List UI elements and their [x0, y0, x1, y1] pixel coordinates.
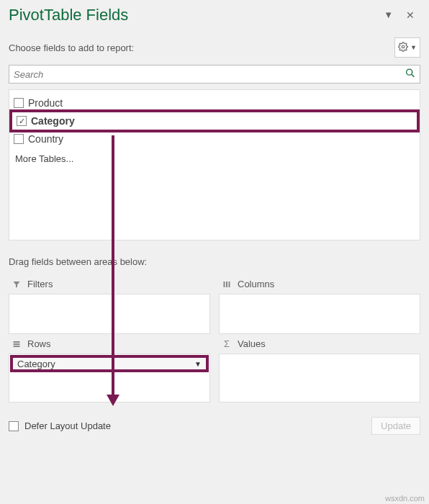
- areas-grid: Filters Columns Rows Σ Values Category ▼: [9, 274, 420, 402]
- annotation-arrow-head: [107, 395, 119, 406]
- checkbox-checked-icon[interactable]: ✓: [17, 116, 27, 126]
- search-icon[interactable]: [405, 68, 416, 81]
- update-button: Update: [371, 417, 420, 435]
- values-header: Σ Values: [219, 334, 420, 354]
- svg-rect-5: [229, 282, 230, 287]
- pane-title: PivotTable Fields: [9, 6, 128, 24]
- field-row-category[interactable]: ✓ Category: [9, 109, 420, 132]
- columns-dropzone[interactable]: [219, 294, 420, 334]
- footer-row: Defer Layout Update Update: [9, 417, 420, 435]
- checkbox-icon[interactable]: [14, 134, 24, 144]
- checkbox-icon[interactable]: [14, 98, 24, 108]
- columns-icon: [222, 280, 232, 289]
- annotation-arrow-line: [112, 135, 114, 395]
- values-dropzone[interactable]: [219, 354, 420, 402]
- field-row-product[interactable]: Product: [14, 96, 415, 110]
- field-label: Product: [28, 97, 63, 109]
- rows-field-chip-category[interactable]: Category ▼: [10, 355, 209, 372]
- svg-rect-7: [14, 343, 20, 345]
- chevron-down-icon: ▼: [410, 44, 417, 51]
- chevron-down-icon[interactable]: ▼: [194, 360, 202, 368]
- pane-header: PivotTable Fields ▼ ✕: [9, 6, 420, 24]
- rows-icon: [12, 340, 22, 348]
- values-label: Values: [238, 338, 266, 349]
- fields-list: Product ✓ Category Country More Tables..…: [9, 89, 420, 240]
- chip-label: Category: [17, 359, 55, 369]
- header-icons: ▼ ✕: [384, 9, 415, 21]
- rows-label: Rows: [27, 338, 51, 349]
- subheader-text: Choose fields to add to report:: [9, 42, 134, 53]
- svg-rect-6: [14, 341, 20, 343]
- svg-line-2: [412, 74, 415, 77]
- drag-areas-label: Drag fields between areas below:: [9, 256, 420, 267]
- sigma-icon: Σ: [222, 338, 232, 349]
- filters-header: Filters: [9, 274, 210, 294]
- svg-rect-8: [14, 346, 20, 347]
- close-icon[interactable]: ✕: [406, 9, 415, 21]
- field-label: Country: [28, 133, 63, 145]
- svg-rect-3: [224, 282, 225, 287]
- defer-layout-label: Defer Layout Update: [24, 420, 111, 431]
- columns-header: Columns: [219, 274, 420, 294]
- filters-dropzone[interactable]: [9, 294, 210, 334]
- svg-point-1: [407, 69, 412, 75]
- task-pane-options-icon[interactable]: ▼: [384, 9, 393, 21]
- svg-rect-4: [226, 282, 227, 287]
- search-wrap: [9, 65, 420, 84]
- filter-icon: [12, 280, 22, 289]
- field-row-country[interactable]: Country: [14, 132, 415, 146]
- field-label: Category: [31, 115, 75, 127]
- defer-layout-wrap[interactable]: Defer Layout Update: [9, 420, 111, 431]
- gear-icon: [398, 42, 408, 54]
- tools-button[interactable]: ▼: [394, 37, 420, 58]
- checkbox-icon[interactable]: [9, 421, 19, 431]
- watermark: wsxdn.com: [385, 494, 425, 503]
- columns-label: Columns: [238, 279, 274, 289]
- filters-label: Filters: [27, 279, 53, 289]
- search-input[interactable]: [9, 65, 420, 84]
- rows-header: Rows: [9, 334, 210, 354]
- svg-point-0: [402, 45, 405, 48]
- more-tables-link[interactable]: More Tables...: [14, 146, 415, 164]
- subheader-row: Choose fields to add to report: ▼: [9, 37, 420, 58]
